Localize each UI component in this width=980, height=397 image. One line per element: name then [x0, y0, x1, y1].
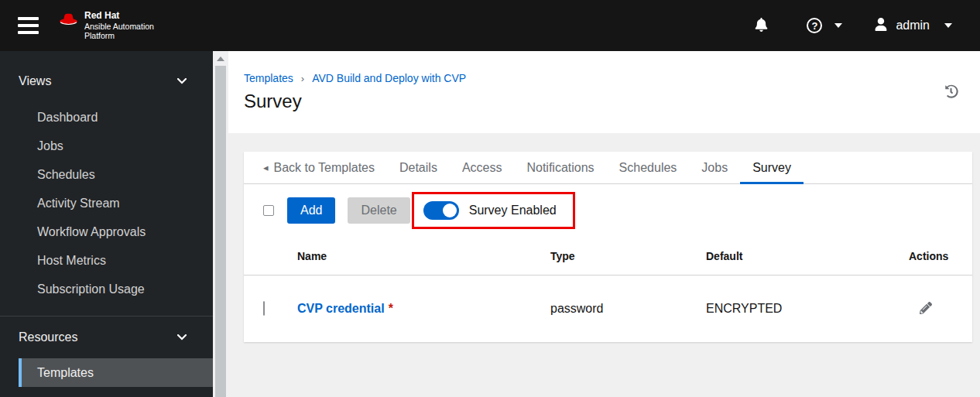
- tab-survey[interactable]: Survey: [740, 152, 804, 183]
- annotation-highlight-box: Survey Enabled: [412, 192, 575, 229]
- sidebar-item-jobs[interactable]: Jobs: [0, 132, 213, 160]
- survey-toolbar: Add Delete Survey Enabled: [244, 184, 972, 237]
- user-icon: [875, 18, 887, 34]
- red-hat-fedora-icon: [59, 10, 78, 26]
- sidebar-item-host-metrics[interactable]: Host Metrics: [0, 246, 213, 275]
- tab-back-to-templates[interactable]: ◂ Back to Templates: [251, 152, 387, 183]
- tab-details[interactable]: Details: [387, 152, 450, 183]
- brand-product-line: Ansible Automation: [84, 22, 154, 32]
- tab-label: Access: [462, 161, 502, 175]
- tab-label: Details: [399, 161, 437, 175]
- column-header-type: Type: [550, 250, 706, 262]
- brand-logo: Red Hat Ansible Automation Platform: [59, 10, 154, 41]
- sidebar-item-label: Dashboard: [37, 111, 98, 125]
- chevron-down-icon: [177, 334, 187, 341]
- sidebar-section-label: Views: [19, 74, 51, 88]
- sidebar-item-label: Workflow Approvals: [37, 225, 146, 239]
- question-circle-icon: ?: [807, 18, 822, 33]
- tab-schedules[interactable]: Schedules: [607, 152, 690, 183]
- sidebar-item-label: Schedules: [37, 168, 95, 182]
- tab-label: Schedules: [619, 161, 677, 175]
- page-title: Survey: [244, 91, 980, 112]
- scrollbar-thumb[interactable]: [215, 66, 226, 397]
- delete-button[interactable]: Delete: [348, 197, 409, 224]
- toggle-knob: [443, 204, 457, 217]
- tab-label: Back to Templates: [274, 161, 375, 175]
- sidebar-item-label: Templates: [37, 366, 94, 380]
- angle-right-icon: ›: [301, 73, 304, 84]
- brand-name: Red Hat: [84, 10, 154, 21]
- sidebar-section-views[interactable]: Views: [0, 74, 213, 88]
- brand-product-line2: Platform: [84, 31, 154, 41]
- chevron-down-icon: [834, 23, 842, 28]
- user-menu-button[interactable]: admin: [875, 18, 952, 34]
- row-checkbox[interactable]: [263, 301, 265, 316]
- sidebar-item-label: Host Metrics: [37, 254, 106, 268]
- row-default-value: ENCRYPTED: [706, 302, 909, 316]
- sidebar-item-workflow-approvals[interactable]: Workflow Approvals: [0, 217, 213, 246]
- main-content: Templates › AVD Build and Deploy with CV…: [228, 51, 980, 397]
- sidebar-item-label: Jobs: [37, 139, 63, 153]
- pencil-icon: [920, 302, 932, 317]
- caret-left-icon: ◂: [263, 162, 269, 173]
- sidebar-divider: [0, 316, 213, 317]
- username-label: admin: [896, 19, 930, 33]
- table-row: CVP credential* password ENCRYPTED: [244, 276, 972, 342]
- tab-bar: ◂ Back to Templates Details Access Notif…: [244, 152, 972, 184]
- tab-label: Survey: [752, 161, 791, 175]
- breadcrumb-link-templates[interactable]: Templates: [244, 72, 293, 84]
- sidebar-item-label: Activity Stream: [37, 197, 120, 210]
- tab-notifications[interactable]: Notifications: [514, 152, 606, 183]
- tab-jobs[interactable]: Jobs: [689, 152, 740, 183]
- row-type-value: password: [550, 302, 706, 316]
- help-menu-button[interactable]: ?: [807, 18, 842, 33]
- column-header-default: Default: [706, 250, 909, 262]
- survey-enabled-toggle[interactable]: [423, 201, 459, 220]
- sidebar-section-label: Resources: [19, 330, 77, 344]
- sidebar-item-dashboard[interactable]: Dashboard: [0, 103, 213, 132]
- sidebar-nav: Views Dashboard Jobs Schedules Activity …: [0, 51, 213, 397]
- survey-card: ◂ Back to Templates Details Access Notif…: [244, 152, 972, 342]
- tab-label: Notifications: [526, 161, 594, 175]
- column-header-actions: Actions: [909, 250, 972, 262]
- history-icon: [944, 84, 958, 101]
- scrollbar-up-arrow[interactable]: [217, 56, 224, 61]
- sidebar-item-activity-stream[interactable]: Activity Stream: [0, 189, 213, 217]
- chevron-down-icon: [944, 23, 952, 28]
- tab-access[interactable]: Access: [450, 152, 515, 183]
- add-button[interactable]: Add: [287, 197, 335, 224]
- sidebar-section-resources[interactable]: Resources: [0, 330, 213, 344]
- nav-toggle-hamburger-icon[interactable]: [18, 17, 39, 34]
- notifications-button[interactable]: [755, 18, 768, 34]
- sidebar-item-templates[interactable]: Templates: [19, 358, 213, 387]
- required-marker: *: [389, 302, 393, 315]
- sidebar-item-subscription-usage[interactable]: Subscription Usage: [0, 275, 213, 303]
- page-header: Templates › AVD Build and Deploy with CV…: [228, 51, 980, 133]
- select-all-checkbox[interactable]: [263, 205, 274, 216]
- survey-question-link[interactable]: CVP credential: [297, 302, 385, 315]
- column-header-name: Name: [297, 250, 550, 262]
- tab-label: Jobs: [701, 161, 728, 175]
- scrollbar: [213, 51, 228, 397]
- sidebar-item-schedules[interactable]: Schedules: [0, 160, 213, 189]
- masthead: Red Hat Ansible Automation Platform ? ad…: [0, 0, 980, 51]
- survey-enabled-label: Survey Enabled: [469, 204, 557, 217]
- history-button[interactable]: [944, 85, 960, 99]
- sidebar-item-label: Subscription Usage: [37, 282, 145, 296]
- edit-question-button[interactable]: [920, 302, 934, 316]
- breadcrumb-link-template-name[interactable]: AVD Build and Deploy with CVP: [312, 72, 466, 84]
- bell-icon: [755, 18, 768, 34]
- breadcrumb: Templates › AVD Build and Deploy with CV…: [244, 72, 980, 84]
- chevron-down-icon: [177, 78, 187, 84]
- survey-table-header: Name Type Default Actions: [244, 237, 972, 276]
